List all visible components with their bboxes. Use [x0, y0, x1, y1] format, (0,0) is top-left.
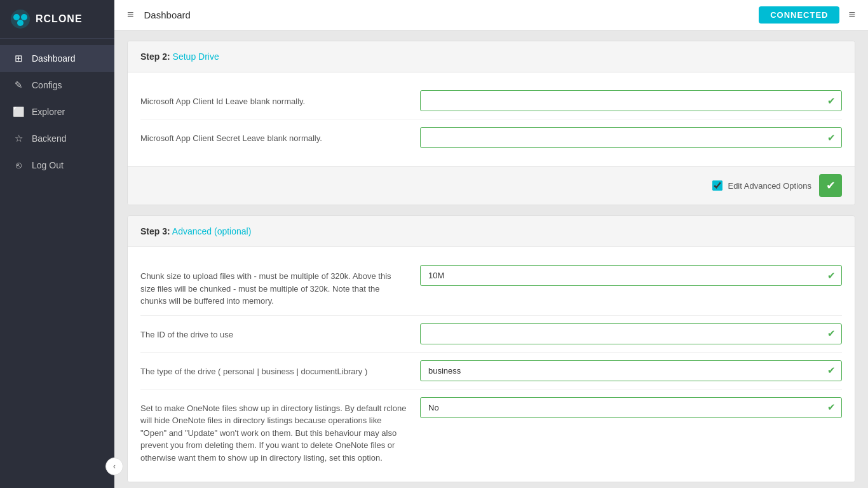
svg-point-3: [17, 20, 24, 26]
advanced-options-label: Edit Advanced Options: [728, 181, 811, 191]
sidebar-label-backend: Backend: [32, 133, 66, 144]
step3-body: Chunk size to upload files with - must b…: [128, 247, 855, 482]
logo-text: RCLONE: [36, 13, 83, 25]
client-secret-check-icon: ✔: [827, 132, 836, 144]
sidebar-logo: RCLONE: [0, 0, 114, 39]
step2-confirm-button[interactable]: ✔: [819, 174, 842, 197]
step3-label: Step 3:: [140, 226, 170, 236]
advanced-options-checkbox-wrap: Edit Advanced Options: [712, 180, 811, 191]
sidebar-item-logout[interactable]: ⎋ Log Out: [0, 152, 114, 178]
drive-id-label: The ID of the drive to use: [140, 323, 420, 341]
configs-icon: ✎: [13, 79, 24, 91]
chunk-size-label: Chunk size to upload files with - must b…: [140, 265, 420, 308]
step3-title: Step 3: Advanced (optional): [140, 226, 251, 236]
step3-name: Advanced (optional): [172, 226, 252, 236]
main-area: ≡ Dashboard CONNECTED ≡ Step 2: Setup Dr…: [114, 0, 868, 488]
logout-icon: ⎋: [13, 159, 24, 170]
sidebar-item-backend[interactable]: ☆ Backend: [0, 125, 114, 152]
content-area: Step 2: Setup Drive Microsoft App Client…: [114, 30, 868, 488]
drive-type-label: The type of the drive ( personal | busin…: [140, 360, 420, 378]
collapse-icon: ‹: [113, 462, 116, 471]
form-row-onenote: Set to make OneNote files show up in dir…: [140, 390, 842, 472]
step3-header: Step 3: Advanced (optional): [128, 216, 855, 247]
connected-badge: CONNECTED: [759, 6, 839, 24]
step2-card: Step 2: Setup Drive Microsoft App Client…: [127, 41, 855, 205]
form-row-drive-type: The type of the drive ( personal | busin…: [140, 353, 842, 390]
drive-type-input-wrap: ✔: [420, 360, 842, 381]
sidebar-label-configs: Configs: [32, 80, 62, 90]
rclone-logo-icon: [10, 9, 31, 29]
step2-body: Microsoft App Client Id Leave blank norm…: [128, 72, 855, 166]
step3-card: Step 3: Advanced (optional) Chunk size t…: [127, 215, 855, 482]
client-id-input-wrap: ✔: [420, 90, 842, 111]
sidebar-label-explorer: Explorer: [32, 107, 65, 117]
client-secret-label: Microsoft App Client Secret Leave blank …: [140, 127, 420, 145]
drive-type-input[interactable]: [420, 360, 842, 381]
svg-point-2: [21, 14, 27, 20]
chunk-size-input-wrap: ✔: [420, 265, 842, 286]
sidebar-item-dashboard[interactable]: ⊞ Dashboard: [0, 45, 114, 72]
client-secret-input-wrap: ✔: [420, 127, 842, 148]
drive-type-check-icon: ✔: [827, 365, 836, 376]
step2-confirm-icon: ✔: [826, 179, 836, 193]
sidebar-label-logout: Log Out: [32, 160, 64, 170]
form-row-drive-id: The ID of the drive to use ✔: [140, 316, 842, 353]
advanced-options-row: Edit Advanced Options ✔: [128, 166, 855, 205]
step2-label: Step 2:: [140, 51, 170, 62]
explorer-icon: ⬜: [13, 106, 24, 118]
drive-id-input[interactable]: [420, 323, 842, 344]
client-id-check-icon: ✔: [827, 95, 836, 107]
onenote-input[interactable]: [420, 397, 842, 418]
drive-id-check-icon: ✔: [827, 328, 836, 339]
form-row-chunk-size: Chunk size to upload files with - must b…: [140, 257, 842, 316]
step2-name: Setup Drive: [173, 51, 219, 62]
advanced-options-checkbox[interactable]: [712, 180, 722, 191]
chunk-size-check-icon: ✔: [827, 270, 836, 281]
onenote-input-wrap: ✔: [420, 397, 842, 418]
sidebar-item-configs[interactable]: ✎ Configs: [0, 72, 114, 98]
step2-title: Step 2: Setup Drive: [140, 51, 219, 62]
sidebar-item-explorer[interactable]: ⬜ Explorer: [0, 98, 114, 125]
step2-header: Step 2: Setup Drive: [128, 41, 855, 72]
form-row-client-id: Microsoft App Client Id Leave blank norm…: [140, 83, 842, 119]
sidebar-label-dashboard: Dashboard: [32, 53, 76, 64]
dashboard-icon: ⊞: [13, 53, 24, 64]
topbar-title: Dashboard: [144, 10, 759, 20]
onenote-check-icon: ✔: [827, 402, 836, 413]
topbar-menu-icon[interactable]: ≡: [127, 8, 134, 22]
sidebar-collapse-button[interactable]: ‹: [105, 458, 123, 475]
topbar: ≡ Dashboard CONNECTED ≡: [114, 0, 868, 30]
form-row-client-secret: Microsoft App Client Secret Leave blank …: [140, 119, 842, 156]
topbar-hamburger-icon[interactable]: ≡: [848, 8, 855, 22]
client-id-input[interactable]: [420, 90, 842, 111]
onenote-label: Set to make OneNote files show up in dir…: [140, 397, 420, 464]
backend-icon: ☆: [13, 133, 24, 144]
client-id-label: Microsoft App Client Id Leave blank norm…: [140, 90, 420, 108]
sidebar-menu: ⊞ Dashboard ✎ Configs ⬜ Explorer ☆ Backe…: [0, 39, 114, 488]
svg-point-1: [13, 14, 20, 20]
sidebar: RCLONE ⊞ Dashboard ✎ Configs ⬜ Explorer …: [0, 0, 114, 488]
drive-id-input-wrap: ✔: [420, 323, 842, 344]
client-secret-input[interactable]: [420, 127, 842, 148]
chunk-size-input[interactable]: [420, 265, 842, 286]
